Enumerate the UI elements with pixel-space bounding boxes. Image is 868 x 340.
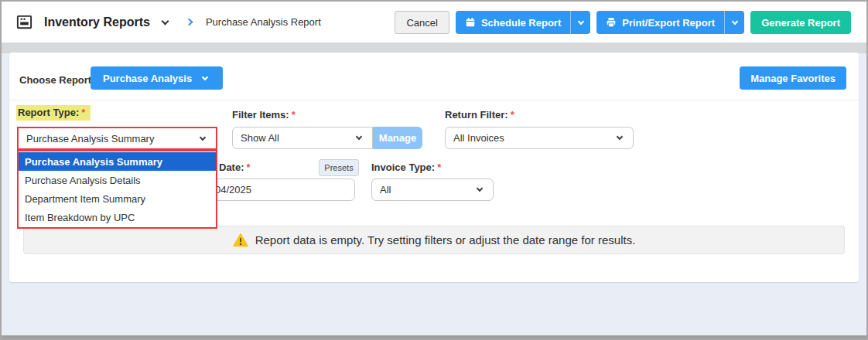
print-export-button[interactable]: Print/Export Report bbox=[596, 11, 744, 34]
report-type-dropdown-list: Purchase Analysis Summary Purchase Analy… bbox=[17, 150, 217, 229]
return-filter-select[interactable]: All Invoices bbox=[445, 127, 634, 149]
report-type-label: Report Type:* bbox=[16, 107, 91, 118]
return-filter-value: All Invoices bbox=[453, 132, 504, 144]
window-bottom-strip bbox=[2, 335, 866, 338]
header-breadcrumb-group: Inventory Reports Purchase Analysis Repo… bbox=[15, 2, 321, 42]
invoice-type-label: Invoice Type:* bbox=[371, 162, 441, 173]
chevron-down-icon bbox=[477, 185, 483, 192]
cancel-button[interactable]: Cancel bbox=[395, 11, 449, 34]
chevron-down-icon bbox=[356, 134, 362, 140]
empty-report-warning-banner: Report data is empty. Try setting filter… bbox=[23, 226, 845, 254]
schedule-report-caret[interactable] bbox=[570, 11, 590, 34]
breadcrumb-separator-icon bbox=[185, 19, 193, 26]
report-picker-label: Purchase Analysis bbox=[103, 73, 192, 84]
date-label: Date:* bbox=[219, 162, 251, 173]
printer-icon bbox=[606, 17, 617, 28]
schedule-report-button[interactable]: Schedule Report bbox=[456, 11, 590, 34]
invoice-type-select[interactable]: All bbox=[371, 178, 494, 201]
required-marker: * bbox=[247, 162, 251, 173]
report-type-select[interactable]: Purchase Analysis Summary bbox=[17, 127, 217, 150]
choose-report-label: Choose Report bbox=[19, 74, 91, 86]
chevron-down-icon bbox=[202, 73, 208, 80]
manage-favorites-button[interactable]: Manage Favorites bbox=[740, 66, 846, 90]
dropdown-option-department-item-summary[interactable]: Department Item Summary bbox=[19, 189, 216, 208]
return-filter-label: Return Filter:* bbox=[445, 109, 514, 121]
empty-report-warning-text: Report data is empty. Try setting filter… bbox=[255, 233, 636, 246]
filter-items-value: Show All bbox=[241, 132, 279, 144]
chevron-down-icon bbox=[617, 134, 623, 140]
report-type-selected-value: Purchase Analysis Summary bbox=[26, 133, 154, 144]
print-export-caret[interactable] bbox=[724, 11, 744, 34]
filter-items-select[interactable]: Show All bbox=[232, 127, 373, 149]
dropdown-option-purchase-analysis-summary[interactable]: Purchase Analysis Summary bbox=[19, 152, 216, 171]
report-panel: Choose Report Purchase Analysis Manage F… bbox=[9, 53, 859, 282]
generate-report-button[interactable]: Generate Report bbox=[750, 11, 851, 34]
chevron-down-icon bbox=[200, 134, 206, 140]
schedule-report-label: Schedule Report bbox=[481, 17, 561, 29]
calendar-icon bbox=[465, 17, 476, 28]
header-actions: Cancel Schedule Report bbox=[395, 11, 851, 34]
print-export-label: Print/Export Report bbox=[622, 17, 715, 29]
date-presets-button[interactable]: Presets bbox=[319, 159, 359, 176]
app-window: Inventory Reports Purchase Analysis Repo… bbox=[0, 0, 868, 340]
dropdown-option-purchase-analysis-details[interactable]: Purchase Analysis Details bbox=[19, 171, 216, 189]
chevron-down-icon bbox=[731, 18, 737, 24]
required-marker: * bbox=[437, 162, 441, 173]
section-divider bbox=[9, 100, 859, 100]
invoice-type-value: All bbox=[380, 184, 391, 196]
chevron-down-icon[interactable] bbox=[161, 17, 169, 25]
required-marker: * bbox=[292, 109, 296, 121]
page-title: Inventory Reports bbox=[44, 15, 150, 29]
manage-filter-button[interactable]: Manage bbox=[373, 127, 422, 149]
report-picker-button[interactable]: Purchase Analysis bbox=[91, 66, 223, 90]
warning-triangle-icon bbox=[233, 233, 248, 247]
required-marker: * bbox=[511, 109, 514, 121]
header-separator-strip bbox=[2, 42, 866, 53]
filter-items-label: Filter Items:* bbox=[232, 109, 296, 121]
chevron-down-icon bbox=[577, 18, 583, 24]
breadcrumb: Purchase Analysis Report bbox=[206, 16, 321, 28]
inventory-reports-icon bbox=[15, 13, 33, 31]
required-marker: * bbox=[81, 107, 85, 118]
date-input[interactable] bbox=[205, 178, 355, 201]
top-header: Inventory Reports Purchase Analysis Repo… bbox=[2, 2, 866, 42]
dropdown-option-item-breakdown-by-upc[interactable]: Item Breakdown by UPC bbox=[19, 208, 216, 226]
